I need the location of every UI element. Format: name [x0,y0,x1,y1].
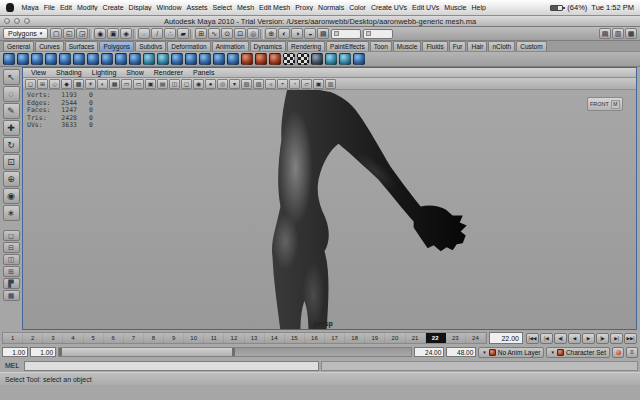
polygon-sphere-icon[interactable] [3,53,15,65]
show-tool-settings-button[interactable]: ▥ [612,28,624,39]
soft-modification-tool[interactable]: ◉ [3,188,20,204]
menu-bar-item[interactable]: File [41,4,57,11]
time-slider-frame[interactable]: 18 [345,333,365,343]
time-slider-frame[interactable]: 22 [426,333,446,343]
polygon-cone-icon[interactable] [45,53,57,65]
step-forward-key-button[interactable]: |▶ [596,333,609,344]
range-slider-bar[interactable] [59,348,235,356]
isolate-select-icon[interactable]: ◔ [289,79,300,89]
separate-icon[interactable] [185,53,197,65]
combine-icon[interactable] [171,53,183,65]
select-object-icon[interactable]: ▣ [107,28,119,39]
snap-to-curve-icon[interactable]: ∿ [208,28,220,39]
selection-mode-dropdown[interactable]: Polygons ▼ [3,28,48,39]
construction-history-icon[interactable]: ⊕ [265,28,277,39]
menu-bar-item[interactable]: Mesh [234,4,256,11]
menu-bar-item[interactable]: Edit UVs [410,4,442,11]
safe-title-icon[interactable]: ◻ [181,79,192,89]
go-to-start-button[interactable]: |◀◀ [526,333,539,344]
shelf-tab[interactable]: Animation [212,41,249,51]
range-slider-track[interactable] [58,347,412,357]
select-points-icon[interactable]: ∴ [164,28,176,39]
camera-attributes-icon[interactable]: ◎ [217,79,228,89]
shelf-tab[interactable]: General [3,41,34,51]
open-scene-icon[interactable]: ◱ [63,28,75,39]
polygon-cube-icon[interactable] [17,53,29,65]
blinn-material-icon[interactable] [325,53,337,65]
numeric-input-field[interactable] [363,29,393,39]
front-view-badge[interactable]: FRONT M [587,97,623,111]
menu-bar-item[interactable]: Maya [19,4,41,11]
menu-bar-item[interactable]: Create UVs [368,4,409,11]
shelf-tab[interactable]: Deformation [167,41,210,51]
menu-bar-item[interactable]: Edit [57,4,74,11]
uv-grid-icon[interactable] [297,53,309,65]
camera-select-icon[interactable]: ◉ [193,79,204,89]
panel-menu-item[interactable]: Shading [51,69,87,76]
save-scene-icon[interactable]: ◲ [76,28,88,39]
apple-menu-icon[interactable] [6,3,14,12]
render-view-icon[interactable]: ◐ [278,28,290,39]
time-slider-frame[interactable]: 16 [305,333,325,343]
menu-bar-item[interactable]: Display [126,4,154,11]
polygon-torus-icon[interactable] [73,53,85,65]
menu-bar-item[interactable]: Select [210,4,234,11]
platonic-solid-icon[interactable] [157,53,169,65]
render-settings-icon[interactable]: ▤ [317,28,329,39]
play-forward-button[interactable]: ▶ [582,333,595,344]
wireframe-display-icon[interactable]: ◇ [49,79,60,89]
safe-action-icon[interactable]: ◫ [169,79,180,89]
auto-keyframe-button[interactable] [612,347,624,358]
shelf-tab[interactable]: Muscle [393,41,422,51]
time-slider-frame[interactable]: 21 [406,333,426,343]
paint-select-tool[interactable]: ✎ [3,103,20,119]
animation-end-field[interactable]: 48.00 [446,347,476,357]
hud-toggle-icon[interactable]: ▥ [325,79,336,89]
field-chart-icon[interactable]: ▤ [157,79,168,89]
time-slider-frame[interactable]: 9 [164,333,184,343]
shelf-tab[interactable]: Toon [370,41,392,51]
sculpt-geometry-icon[interactable] [241,53,253,65]
polygon-prism-icon[interactable] [87,53,99,65]
hypershade-persp-layout-button[interactable]: ▦ [3,290,20,301]
four-pane-layout-icon[interactable]: ⊞ [37,79,48,89]
select-tool[interactable]: ↖ [3,69,20,85]
image-plane-icon[interactable]: ▧ [241,79,252,89]
ipr-render-icon[interactable]: ◒ [304,28,316,39]
time-slider-frame[interactable]: 6 [104,333,124,343]
shelf-tab[interactable]: Fur [449,41,467,51]
separator[interactable] [89,29,93,39]
step-forward-frame-button[interactable]: ▶| [610,333,623,344]
shelf-tab[interactable]: Rendering [287,41,325,51]
grid-display-icon[interactable]: ▦ [109,79,120,89]
time-slider-frame[interactable]: 20 [385,333,405,343]
select-faces-icon[interactable]: ▰ [177,28,189,39]
shelf-tab[interactable]: Hair [467,41,487,51]
panel-menu-item[interactable]: Lighting [87,69,122,76]
time-slider-frame[interactable]: 24 [466,333,486,343]
polygon-cylinder-icon[interactable] [31,53,43,65]
show-channel-box-button[interactable]: ▦ [625,28,637,39]
fps-display-icon[interactable]: ▱ [301,79,312,89]
go-to-end-button[interactable]: ▶▶| [624,333,637,344]
step-back-frame-button[interactable]: |◀ [540,333,553,344]
smooth-icon[interactable] [227,53,239,65]
gate-mask-icon[interactable]: ▣ [145,79,156,89]
new-scene-icon[interactable]: ▢ [50,28,62,39]
menu-bar-item[interactable]: Assets [184,4,210,11]
menu-bar-item[interactable]: Proxy [293,4,316,11]
boolean-union-icon[interactable] [213,53,225,65]
time-slider-frame[interactable]: 8 [144,333,164,343]
persp-outliner-layout-button[interactable]: ▛ [3,278,20,289]
film-gate-icon[interactable]: ▭ [121,79,132,89]
play-backward-button[interactable]: ◀ [568,333,581,344]
step-back-key-button[interactable]: ◀| [554,333,567,344]
character-mesh[interactable] [23,90,636,329]
time-slider-frame[interactable]: 17 [325,333,345,343]
shelf-tab[interactable]: nCloth [488,41,515,51]
quick-rename-field[interactable] [331,29,361,39]
show-attribute-editor-button[interactable]: ▤ [599,28,611,39]
menu-bar-item[interactable]: Muscle [442,4,469,11]
shelf-tab[interactable]: Curves [35,41,64,51]
universal-manipulator-tool[interactable]: ⊕ [3,171,20,187]
